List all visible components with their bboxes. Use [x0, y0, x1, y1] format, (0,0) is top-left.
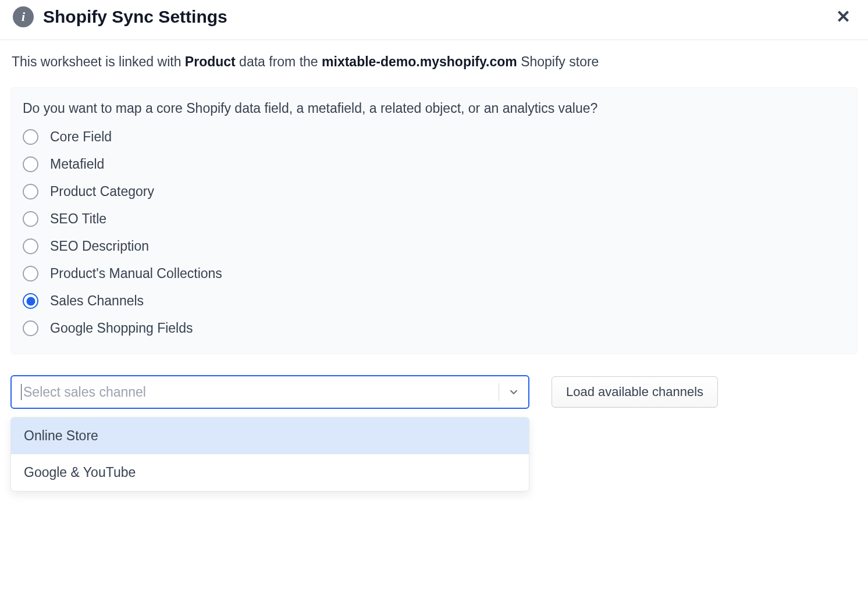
radio-label: SEO Title [50, 211, 106, 227]
close-icon[interactable]: ✕ [831, 6, 855, 28]
radio-input[interactable] [23, 129, 38, 145]
radio-input[interactable] [23, 266, 38, 281]
radio-option[interactable]: SEO Description [23, 238, 845, 254]
radio-option[interactable]: Sales Channels [23, 293, 845, 309]
radio-label: Google Shopping Fields [50, 320, 193, 336]
sales-channel-dropdown: Online StoreGoogle & YouTube [10, 417, 529, 491]
dialog-title: Shopify Sync Settings [43, 7, 227, 27]
radio-input[interactable] [23, 156, 38, 172]
load-channels-button[interactable]: Load available channels [552, 376, 718, 408]
linkline-suffix: Shopify store [517, 54, 599, 69]
select-row: Select sales channel Online StoreGoogle … [10, 375, 858, 409]
dropdown-option[interactable]: Google & YouTube [11, 454, 529, 491]
mapping-panel: Do you want to map a core Shopify data f… [10, 87, 858, 354]
mapping-question: Do you want to map a core Shopify data f… [23, 101, 845, 116]
radio-option[interactable]: SEO Title [23, 211, 845, 227]
radio-label: Product's Manual Collections [50, 266, 222, 281]
select-divider [499, 383, 499, 401]
sales-channel-select-wrap: Select sales channel Online StoreGoogle … [10, 375, 529, 409]
linkline-prefix: This worksheet is linked with [12, 54, 185, 69]
radio-group: Core FieldMetafieldProduct CategorySEO T… [23, 129, 845, 336]
linkline-middle: data from the [236, 54, 322, 69]
dialog-header: i Shopify Sync Settings ✕ [0, 0, 868, 40]
radio-input[interactable] [23, 184, 38, 199]
radio-input[interactable] [23, 238, 38, 254]
radio-input[interactable] [23, 293, 38, 309]
linkline-datatype: Product [185, 54, 236, 69]
radio-option[interactable]: Google Shopping Fields [23, 320, 845, 336]
radio-option[interactable]: Product Category [23, 184, 845, 199]
radio-label: Metafield [50, 156, 104, 172]
radio-input[interactable] [23, 320, 38, 336]
info-icon: i [13, 6, 34, 27]
radio-label: Product Category [50, 184, 154, 199]
chevron-down-icon [507, 386, 520, 398]
select-placeholder: Select sales channel [23, 384, 146, 400]
dropdown-option[interactable]: Online Store [11, 418, 529, 454]
radio-label: Sales Channels [50, 293, 144, 309]
radio-option[interactable]: Product's Manual Collections [23, 266, 845, 281]
worksheet-link-line: This worksheet is linked with Product da… [10, 54, 858, 70]
select-indicator [499, 383, 520, 401]
text-cursor [21, 384, 22, 400]
radio-option[interactable]: Core Field [23, 129, 845, 145]
radio-label: SEO Description [50, 238, 149, 254]
linkline-store: mixtable-demo.myshopify.com [322, 54, 517, 69]
dialog-content: This worksheet is linked with Product da… [0, 40, 868, 409]
radio-option[interactable]: Metafield [23, 156, 845, 172]
header-left: i Shopify Sync Settings [13, 6, 227, 27]
radio-label: Core Field [50, 129, 112, 145]
sales-channel-select[interactable]: Select sales channel [10, 375, 529, 409]
radio-input[interactable] [23, 211, 38, 227]
